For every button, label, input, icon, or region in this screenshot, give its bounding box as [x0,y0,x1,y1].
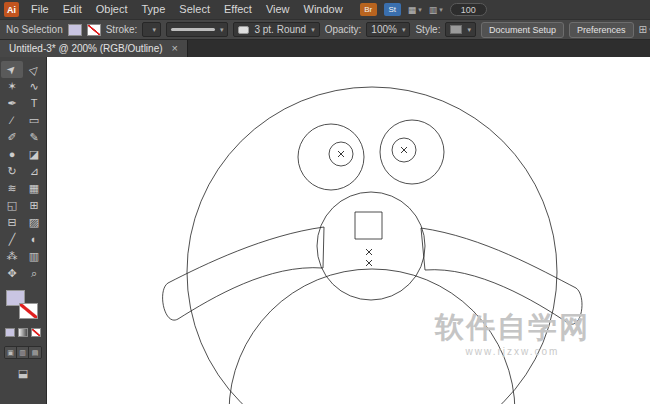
width-profile-preview-icon [171,28,215,31]
scale-tool[interactable]: ⊿ [23,163,45,180]
color-button[interactable] [5,328,15,337]
opacity-label: Opacity: [325,24,362,35]
draw-behind-icon[interactable]: ▥ [17,347,29,358]
color-mode-row [5,328,41,337]
hand-tool-icon: ✥ [7,268,16,279]
gradient-button[interactable] [18,328,28,337]
fill-color-swatch[interactable] [68,24,82,36]
width-profile-dropdown[interactable] [166,22,229,37]
line-segment-tool[interactable]: ∕ [1,112,23,129]
eyedropper-tool[interactable]: ╱ [1,231,23,248]
menu-effect[interactable]: Effect [217,0,259,19]
free-transform-tool-icon: ▦ [29,183,39,194]
magic-wand-tool[interactable]: ✶ [1,78,23,95]
close-tab-icon[interactable]: × [172,43,178,54]
shape-builder-tool[interactable]: ◱ [1,197,23,214]
width-tool-icon: ≋ [7,183,16,194]
screen-mode-icon[interactable]: ⬓ [18,367,28,380]
anchor-cross-muzzle-upper[interactable] [366,249,372,255]
stroke-swatch[interactable] [19,303,38,319]
muzzle-circle[interactable] [317,192,425,300]
arrange-grid-icon: ▦ [408,5,417,15]
brush-preview-icon [238,26,249,34]
menu-window[interactable]: Window [297,0,350,19]
zoom-tool-icon: ⌕ [31,268,37,279]
document-tab[interactable]: Untitled-3* @ 200% (RGB/Outline) × [0,40,188,57]
stock-button[interactable]: St [384,3,401,16]
eraser-tool[interactable]: ◪ [23,146,45,163]
artwork-outline[interactable] [47,57,650,404]
symbol-sprayer-tool-icon: ⁂ [7,251,18,262]
anchor-cross-muzzle-lower[interactable] [366,260,372,266]
perspective-grid-tool[interactable]: ⊞ [23,197,45,214]
pencil-tool-icon: ✎ [29,132,38,143]
preferences-button[interactable]: Preferences [569,22,634,38]
canvas-area[interactable]: 软件自学网 www.rjzxw.com [47,57,650,404]
document-tab-title: Untitled-3* @ 200% (RGB/Outline) [9,43,163,54]
shape-builder-tool-icon: ◱ [7,200,17,211]
right-eye-outer-circle[interactable] [380,120,444,184]
gradient-tool-icon: ▨ [29,217,39,228]
direct-selection-tool[interactable]: ▷ [23,61,45,78]
magic-wand-tool-icon: ✶ [7,81,16,92]
menu-edit[interactable]: Edit [56,0,89,19]
rotate-tool-icon: ↻ [7,166,16,177]
nose-square[interactable] [355,212,382,239]
selection-tool-icon: ➤ [5,62,19,76]
style-dropdown[interactable] [445,22,476,37]
column-graph-tool[interactable]: ▥ [23,248,45,265]
left-wing-shape[interactable] [163,227,324,320]
menu-view[interactable]: View [259,0,297,19]
width-tool[interactable]: ≋ [1,180,23,197]
brush-definition-dropdown[interactable]: 3 pt. Round [233,22,319,37]
arrange-documents-dropdown[interactable]: ▦ [408,5,422,15]
anchor-cross-left-eye[interactable] [338,151,344,157]
appbar-icons: Br St ▦ ▥ 100 [360,3,487,16]
perspective-grid-tool-icon: ⊞ [29,200,38,211]
blend-tool[interactable]: ◐ [23,231,45,248]
draw-normal-icon[interactable]: ▣ [5,347,17,358]
selection-tool[interactable]: ➤ [1,61,23,78]
menu-object[interactable]: Object [89,0,135,19]
menu-bar: Ai File Edit Object Type Select Effect V… [0,0,650,19]
menu-type[interactable]: Type [135,0,173,19]
right-wing-shape[interactable] [421,228,582,324]
anchor-cross-right-eye[interactable] [401,147,407,153]
opacity-dropdown[interactable]: 100% [366,22,410,37]
lasso-tool[interactable]: ∿ [23,78,45,95]
bridge-button[interactable]: Br [360,3,377,16]
pen-tool[interactable]: ✒ [1,95,23,112]
zoom-tool[interactable]: ⌕ [23,265,45,282]
paintbrush-tool[interactable]: ✐ [1,129,23,146]
control-panel-menu-icon[interactable]: ⊞ [639,24,650,35]
free-transform-tool[interactable]: ▦ [23,180,45,197]
none-button[interactable] [31,328,41,337]
draw-inside-icon[interactable]: ▤ [29,347,41,358]
illustrator-logo-icon: Ai [4,2,19,17]
hand-tool[interactable]: ✥ [1,265,23,282]
type-tool[interactable]: T [23,95,45,112]
body-bottom-circle[interactable] [229,269,515,404]
selection-status-label: No Selection [6,24,63,35]
stroke-weight-dropdown[interactable] [142,22,161,37]
left-eye-outer-circle[interactable] [298,124,364,190]
document-setup-button[interactable]: Document Setup [481,22,564,38]
mesh-tool[interactable]: ⊟ [1,214,23,231]
rectangle-tool[interactable]: ▭ [23,112,45,129]
menu-select[interactable]: Select [172,0,217,19]
stroke-color-swatch[interactable] [87,24,101,36]
tools-grid: ➤ ▷ ✶ ∿ ✒ T ∕ ▭ ✐ ✎ ● ◪ ↻ ⊿ ≋ ▦ ◱ ⊞ ⊟ ▨ [1,61,45,282]
pencil-tool[interactable]: ✎ [23,129,45,146]
workspace-dropdown[interactable]: ▥ [429,5,443,15]
eraser-tool-icon: ◪ [29,149,39,160]
symbol-sprayer-tool[interactable]: ⁂ [1,248,23,265]
menu-file[interactable]: File [24,0,56,19]
gradient-tool[interactable]: ▨ [23,214,45,231]
rotate-tool[interactable]: ↻ [1,163,23,180]
style-preview-icon [450,25,462,34]
scale-tool-icon: ⊿ [29,166,38,177]
line-segment-tool-icon: ∕ [11,115,13,126]
head-circle-path[interactable] [187,87,557,404]
zoom-control[interactable]: 100 [450,3,487,16]
blob-brush-tool[interactable]: ● [1,146,23,163]
